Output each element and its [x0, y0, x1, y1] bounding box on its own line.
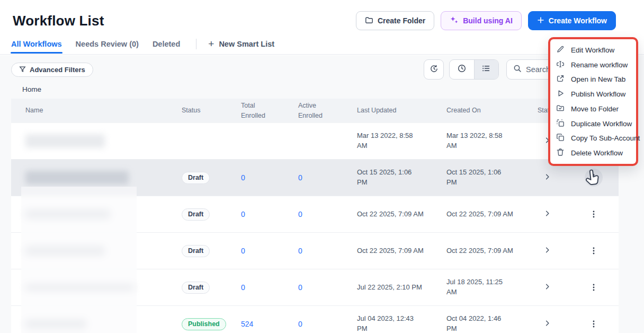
active-enrolled-link[interactable]: 0	[298, 283, 302, 292]
row-menu-button[interactable]	[585, 169, 603, 187]
created-on-cell: Oct 04 2022, 1:46 PM	[446, 314, 526, 333]
column-header-active-enrolled: Active Enrolled	[298, 101, 357, 121]
table-header-row: Name Status Total Enrolled Active Enroll…	[11, 99, 619, 123]
table-row[interactable]: Mar 13 2022, 8:58 AM Mar 13 2022, 8:58 A…	[11, 123, 619, 160]
column-header-created-on: Created On	[446, 106, 526, 116]
menu-item-duplicate-workflow[interactable]: Duplicate Workflow	[550, 119, 636, 129]
pencil-icon	[556, 45, 565, 55]
active-enrolled-cell: 0	[298, 173, 357, 182]
enrollment-history-button[interactable]	[424, 59, 444, 80]
row-menu-button[interactable]	[585, 315, 603, 333]
actions-cell	[568, 242, 619, 260]
menu-item-copy-to-sub-account[interactable]: Copy To Sub-Account	[550, 133, 636, 143]
active-enrolled-link[interactable]: 0	[298, 210, 302, 218]
trash-icon	[556, 148, 565, 158]
created-on-cell: Jul 18 2025, 11:25 AM	[446, 277, 526, 297]
menu-item-rename-workflow[interactable]: Rename workflow	[550, 60, 636, 70]
table-row[interactable]: Published 524 0 Jul 04 2023, 12:43 PM Oc…	[11, 306, 619, 333]
expand-cell	[526, 283, 568, 293]
status-badge: Draft	[182, 282, 210, 294]
column-header-status: Status	[182, 106, 241, 116]
breadcrumb-home[interactable]: Home	[22, 85, 41, 93]
last-updated-cell: Oct 22 2025, 7:09 AM	[357, 209, 446, 220]
view-toggle-group	[449, 59, 499, 80]
total-enrolled-cell: 0	[241, 283, 298, 292]
workflow-name-cell	[25, 246, 182, 256]
blurred-workflow-name	[25, 209, 110, 219]
clock-icon	[457, 64, 467, 75]
new-smart-list-button[interactable]: + New Smart List	[208, 40, 274, 53]
table-row[interactable]: Draft 0 0 Oct 22 2025, 7:09 AM Oct 22 20…	[11, 233, 619, 269]
build-using-ai-button[interactable]: Build using AI	[441, 11, 522, 30]
rename-icon	[556, 60, 565, 70]
funnel-icon	[19, 66, 26, 74]
copy-icon	[556, 133, 565, 143]
expand-cell	[526, 246, 568, 256]
blurred-workflow-name	[25, 134, 105, 148]
workflow-name-cell	[25, 284, 182, 291]
total-enrolled-link[interactable]: 0	[241, 283, 245, 292]
active-enrolled-link[interactable]: 0	[298, 247, 302, 255]
created-on-cell: Oct 15 2025, 1:06 PM	[446, 168, 526, 188]
menu-item-open-in-new-tab[interactable]: Open in New Tab	[550, 74, 636, 84]
active-enrolled-link[interactable]: 0	[298, 320, 302, 328]
total-enrolled-link[interactable]: 0	[241, 173, 245, 182]
list-view-toggle[interactable]	[474, 60, 499, 79]
table-row[interactable]: Draft 0 0 Oct 15 2025, 1:06 PM Oct 15 20…	[11, 160, 619, 196]
workflow-table: Name Status Total Enrolled Active Enroll…	[11, 99, 619, 333]
chevron-right-icon[interactable]	[543, 319, 551, 329]
tab-all-workflows[interactable]: All Workflows	[11, 40, 62, 53]
tab-needs-review[interactable]: Needs Review (0)	[76, 40, 139, 53]
header-actions: Create Folder Build using AI Create Work…	[356, 11, 616, 30]
row-menu-button[interactable]	[585, 205, 603, 223]
menu-item-edit-workflow[interactable]: Edit Workflow	[550, 45, 636, 55]
workflow-tabs: All Workflows Needs Review (0) Deleted +…	[11, 38, 274, 54]
expand-cell	[526, 173, 568, 183]
workflow-name-cell	[25, 134, 182, 148]
recent-view-toggle[interactable]	[450, 60, 474, 79]
workflow-name-cell	[25, 209, 182, 219]
table-row[interactable]: Draft 0 0 Jul 22 2025, 2:10 PM Jul 18 20…	[11, 269, 619, 306]
menu-item-publish-workflow[interactable]: Publish Workflow	[550, 89, 636, 99]
expand-cell	[526, 319, 568, 329]
plus-icon: +	[208, 40, 214, 48]
blurred-workflow-name	[25, 319, 86, 329]
row-menu-button[interactable]	[585, 242, 603, 260]
actions-cell	[568, 278, 619, 296]
active-enrolled-link[interactable]: 0	[298, 173, 302, 182]
status-cell: Draft	[182, 282, 241, 294]
last-updated-cell: Mar 13 2022, 8:58 AM	[357, 131, 446, 151]
tab-deleted[interactable]: Deleted	[153, 40, 180, 53]
total-enrolled-cell: 0	[241, 209, 298, 219]
tab-divider	[196, 39, 196, 49]
status-cell: Draft	[182, 172, 241, 184]
created-on-cell: Oct 22 2025, 7:09 AM	[446, 209, 526, 220]
menu-item-delete-workflow[interactable]: Delete Workflow	[550, 148, 636, 158]
menu-item-move-to-folder[interactable]: Move to Folder	[550, 104, 636, 114]
row-context-menu: Edit WorkflowRename workflowOpen in New …	[548, 37, 638, 166]
last-updated-cell: Jul 04 2023, 12:43 PM	[357, 314, 446, 333]
external-link-icon	[556, 74, 565, 84]
table-row[interactable]: Draft 0 0 Oct 22 2025, 7:09 AM Oct 22 20…	[11, 196, 619, 233]
row-menu-button[interactable]	[585, 278, 603, 296]
create-workflow-button[interactable]: Create Workflow	[528, 11, 616, 30]
active-enrolled-cell: 0	[298, 283, 357, 292]
chevron-right-icon[interactable]	[543, 173, 551, 183]
chevron-right-icon[interactable]	[543, 209, 551, 220]
advanced-filters-button[interactable]: Advanced Filters	[11, 63, 93, 77]
chevron-right-icon[interactable]	[543, 246, 551, 256]
create-folder-button[interactable]: Create Folder	[356, 11, 434, 30]
last-updated-cell: Jul 22 2025, 2:10 PM	[357, 282, 446, 293]
chevron-right-icon[interactable]	[543, 283, 551, 293]
page-header: Workflow List Create Folder Build using …	[0, 0, 644, 55]
total-enrolled-cell: 524	[241, 319, 298, 329]
search-icon	[513, 64, 522, 75]
play-icon	[556, 89, 565, 99]
status-badge: Draft	[182, 172, 210, 184]
total-enrolled-link[interactable]: 0	[241, 210, 245, 218]
total-enrolled-link[interactable]: 0	[241, 247, 245, 255]
status-cell: Published	[182, 318, 241, 330]
table-body: Mar 13 2022, 8:58 AM Mar 13 2022, 8:58 A…	[11, 123, 619, 333]
total-enrolled-link[interactable]: 524	[241, 320, 253, 328]
column-header-name: Name	[25, 106, 182, 116]
